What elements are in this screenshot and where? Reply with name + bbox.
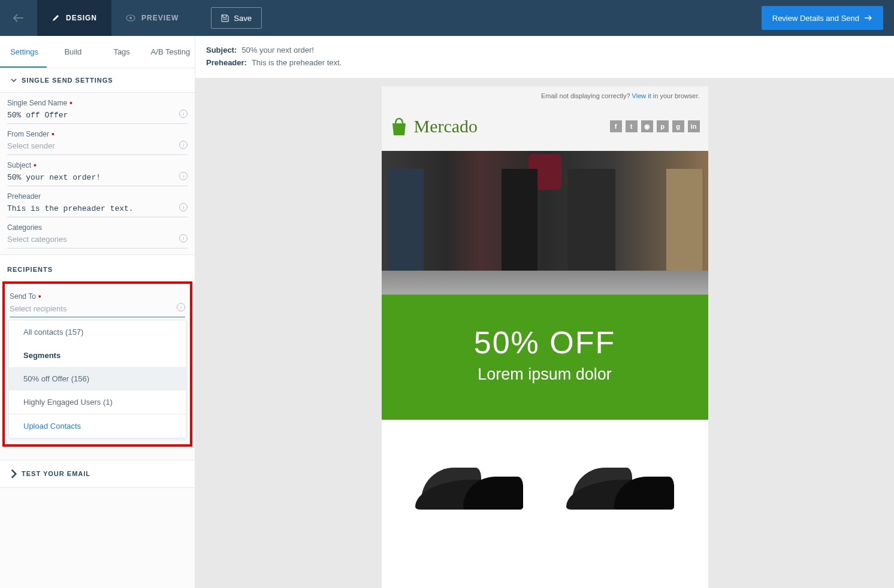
- field-label: Preheader: [7, 192, 41, 201]
- tab-design-label: DESIGN: [66, 14, 97, 22]
- section-title: TEST YOUR EMAIL: [22, 470, 90, 477]
- dropdown-item-segment-offer[interactable]: 50% off Offer (156): [9, 367, 186, 390]
- section-title: SINGLE SEND SETTINGS: [22, 77, 113, 84]
- subtab-settings[interactable]: Settings: [0, 36, 49, 68]
- dropdown-item-segment-engaged[interactable]: Highly Engaged Users (1): [9, 390, 186, 414]
- subject-input[interactable]: [7, 171, 188, 186]
- hero-decoration: [502, 169, 537, 277]
- subtab-label: A/B Testing: [151, 47, 191, 56]
- hero-decoration: [666, 169, 702, 277]
- save-icon: [221, 14, 229, 22]
- preview-meta: Subject: 50% your next order! Preheader:…: [195, 36, 894, 78]
- field-label: Subject: [7, 161, 31, 169]
- field-sender: From Sender• i: [0, 124, 195, 155]
- field-name: Single Send Name• i: [0, 93, 195, 124]
- field-label: Single Send Name: [7, 99, 67, 107]
- pinterest-icon[interactable]: p: [657, 120, 669, 132]
- arrow-right-icon: [864, 15, 872, 21]
- recipients-highlight: Send To• i All contacts (157) Segments 5…: [2, 281, 192, 447]
- subtab-label: Build: [64, 47, 81, 56]
- top-header: DESIGN PREVIEW Save Review Details and S…: [0, 0, 894, 36]
- sender-input[interactable]: [7, 140, 188, 155]
- email-body: Email not displaying correctly? View it …: [382, 86, 708, 588]
- categories-input[interactable]: [7, 233, 188, 248]
- instagram-icon[interactable]: ◉: [641, 120, 653, 132]
- dropdown-upload-contacts[interactable]: Upload Contacts: [9, 414, 186, 438]
- preview-preheader-value: This is the preheader text.: [252, 58, 342, 67]
- subtab-build[interactable]: Build: [49, 36, 97, 68]
- email-not-displaying-text: Email not displaying correctly?: [541, 92, 632, 99]
- hero-image: [382, 151, 708, 295]
- required-indicator: •: [52, 130, 55, 138]
- info-icon[interactable]: i: [179, 141, 188, 149]
- review-send-button[interactable]: Review Details and Send: [762, 6, 883, 30]
- tab-preview[interactable]: PREVIEW: [111, 0, 193, 36]
- subtabs: Settings Build Tags A/B Testing: [0, 36, 195, 68]
- info-icon[interactable]: i: [179, 110, 188, 118]
- sidebar: Settings Build Tags A/B Testing SINGLE S…: [0, 36, 195, 588]
- product-image: [560, 438, 680, 510]
- dropdown-item-all-contacts[interactable]: All contacts (157): [9, 320, 186, 344]
- back-button[interactable]: [0, 0, 37, 36]
- svg-point-1: [129, 17, 132, 19]
- hero-decoration: [382, 271, 708, 295]
- settings-body: Single Send Name• i From Sender• i Subje…: [0, 93, 195, 255]
- name-input[interactable]: [7, 108, 188, 124]
- hero-decoration: [567, 169, 615, 277]
- pencil-icon: [52, 14, 60, 22]
- offer-title: 50% OFF: [394, 325, 696, 360]
- preview-area: Subject: 50% your next order! Preheader:…: [195, 36, 894, 588]
- section-recipients-title: RECIPIENTS: [0, 255, 195, 279]
- field-categories: Categories i: [0, 217, 195, 248]
- brand-name: Mercado: [414, 116, 478, 137]
- subtab-label: Settings: [10, 47, 38, 56]
- linkedin-icon[interactable]: in: [688, 120, 700, 132]
- brand-logo-icon: [390, 116, 408, 137]
- review-send-label: Review Details and Send: [772, 14, 859, 23]
- section-single-send-settings[interactable]: SINGLE SEND SETTINGS: [0, 68, 195, 93]
- offer-block: 50% OFF Lorem ipsum dolor: [382, 295, 708, 420]
- email-topbar: Email not displaying correctly? View it …: [382, 86, 708, 105]
- field-preheader: Preheader i: [0, 186, 195, 217]
- preview-preheader-label: Preheader:: [206, 58, 247, 67]
- field-label: Send To: [10, 292, 36, 301]
- info-icon[interactable]: i: [177, 303, 185, 311]
- dropdown-header-segments: Segments: [9, 344, 186, 367]
- email-header: Mercado f t ◉ p g in: [382, 105, 708, 151]
- tab-design[interactable]: DESIGN: [37, 0, 111, 36]
- info-icon[interactable]: i: [179, 203, 188, 211]
- twitter-icon[interactable]: t: [626, 120, 638, 132]
- field-subject: Subject• i: [0, 155, 195, 186]
- subtab-ab[interactable]: A/B Testing: [146, 36, 195, 68]
- products-row: [382, 420, 708, 510]
- product-image: [409, 438, 529, 510]
- preview-subject-label: Subject:: [206, 46, 237, 54]
- chevron-down-icon: [11, 78, 17, 82]
- tab-preview-label: PREVIEW: [141, 14, 179, 22]
- subtab-label: Tags: [113, 47, 129, 56]
- save-button-label: Save: [234, 14, 252, 23]
- info-icon[interactable]: i: [179, 234, 188, 243]
- email-in-browser-text: in your browser.: [651, 92, 700, 99]
- required-indicator: •: [38, 292, 41, 301]
- hero-decoration: [388, 169, 424, 277]
- info-icon[interactable]: i: [179, 172, 188, 180]
- sendto-dropdown: All contacts (157) Segments 50% off Offe…: [8, 320, 186, 438]
- field-label: From Sender: [7, 130, 49, 138]
- sendto-input[interactable]: [10, 302, 185, 317]
- facebook-icon[interactable]: f: [610, 120, 622, 132]
- required-indicator: •: [34, 161, 37, 169]
- chevron-right-icon: [11, 469, 17, 479]
- save-button[interactable]: Save: [211, 7, 262, 29]
- brand: Mercado: [390, 116, 478, 137]
- eye-icon: [126, 14, 135, 22]
- googleplus-icon[interactable]: g: [672, 120, 684, 132]
- subtab-tags[interactable]: Tags: [98, 36, 146, 68]
- section-test-email[interactable]: TEST YOUR EMAIL: [0, 460, 195, 488]
- view-in-browser-link[interactable]: View it: [632, 92, 651, 99]
- social-icons: f t ◉ p g in: [610, 120, 700, 132]
- offer-subtitle: Lorem ipsum dolor: [394, 365, 696, 384]
- preheader-input[interactable]: [7, 202, 188, 217]
- email-canvas: Email not displaying correctly? View it …: [195, 78, 894, 588]
- field-label: Categories: [7, 223, 42, 232]
